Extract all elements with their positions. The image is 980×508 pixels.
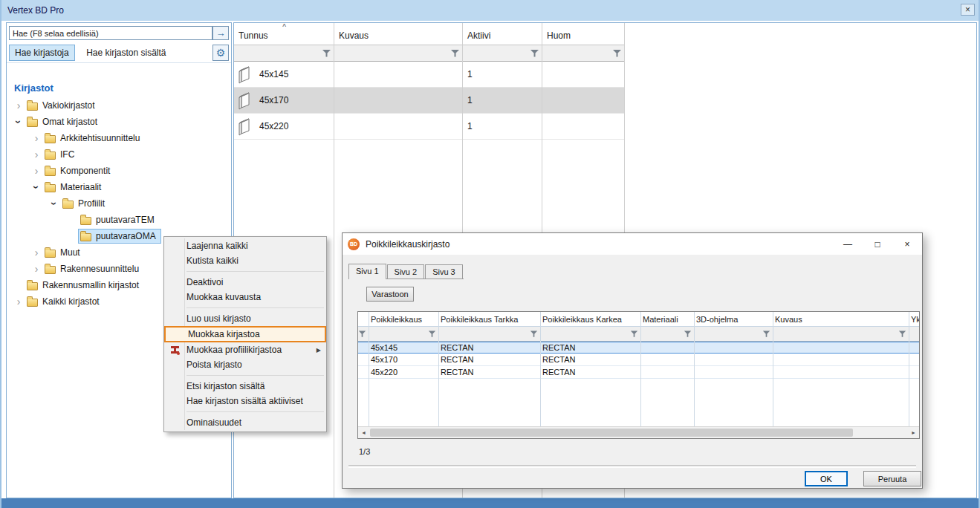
menu-item-muokkaa-profiilikirjastoa[interactable]: Muokkaa profiilikirjastoa▶ — [164, 342, 326, 357]
column-header-tunnus[interactable]: Tunnus^ — [234, 23, 334, 45]
menu-item-luo-uusi-kirjasto[interactable]: Luo uusi kirjasto — [164, 311, 326, 326]
folder-icon — [45, 152, 56, 160]
tree-item-body: puutavaraOMA — [78, 229, 161, 244]
search-settings-button[interactable]: ⚙ — [212, 45, 229, 61]
menu-item-muokkaa-kuvausta[interactable]: Muokkaa kuvausta — [164, 290, 326, 305]
menu-item-hae-kirjaston-sis-lt-aktiiviset[interactable]: Hae kirjaston sisältä aktiiviset — [164, 394, 326, 408]
chevron-right-icon[interactable]: › — [30, 247, 42, 258]
menu-item-poista-kirjasto[interactable]: Poista kirjasto — [164, 357, 326, 372]
dialog-column-header-poikkileikkaus-tarkka[interactable]: Poikkileikkaus Tarkka — [438, 312, 540, 327]
menu-item-etsi-kirjaston-sis-lt[interactable]: Etsi kirjaston sisältä — [164, 379, 326, 394]
gear-icon: ⚙ — [216, 48, 226, 58]
dialog-cell-poikkileikkaus: 45x145 — [369, 342, 438, 353]
filter-icon — [429, 330, 435, 337]
chevron-right-icon[interactable]: › — [30, 264, 42, 274]
dialog-grid-line — [369, 312, 369, 427]
menu-separator — [186, 375, 324, 376]
dialog-close-button[interactable]: × — [892, 233, 922, 255]
dialog-grid-line — [694, 312, 695, 427]
library-search-input[interactable] — [9, 26, 212, 40]
search-go-button[interactable]: → — [212, 26, 229, 40]
dialog-table-row[interactable]: 45x170RECTANRECTAN — [358, 354, 920, 366]
table-row[interactable]: 45x1701 — [234, 88, 625, 114]
chevron-down-icon[interactable]: › — [13, 116, 24, 128]
filter-icon — [359, 330, 366, 337]
scrollbar-thumb[interactable] — [370, 429, 853, 437]
folder-icon — [27, 282, 38, 290]
tree-item-body: Komponentit — [42, 163, 115, 178]
dialog-filter-cell-materiaali[interactable] — [640, 327, 694, 342]
filter-cell-aktiivi[interactable] — [463, 45, 542, 62]
dialog-column-header-3d-ohjelma[interactable]: 3D-ohjelma — [694, 312, 773, 327]
dialog-filter-cell-3d-ohjelma[interactable] — [694, 327, 773, 342]
cell-aktiivi: 1 — [463, 62, 542, 87]
table-row[interactable]: 45x2201 — [234, 114, 625, 140]
dialog-grid-line — [773, 312, 773, 427]
tree-item-puutavaratem[interactable]: puutavaraTEM — [7, 212, 230, 228]
ok-button[interactable]: OK — [805, 471, 848, 486]
dialog-filter-cell-poikkileikkaus-karkea[interactable] — [540, 327, 640, 342]
tab-hae-kirjaston-sisalta[interactable]: Hae kirjaston sisältä — [80, 45, 172, 61]
dialog-tab-sivu-3[interactable]: Sivu 3 — [425, 264, 463, 279]
column-header-kuvaus[interactable]: Kuvaus — [334, 23, 463, 45]
column-header-aktiivi[interactable]: Aktiivi — [463, 23, 542, 45]
dialog-tab-sivu-1[interactable]: Sivu 1 — [348, 264, 386, 279]
dialog-column-header-poikkileikkaus-karkea[interactable]: Poikkileikkaus Karkea — [540, 312, 640, 327]
dialog-cell-poikkileikkaus-karkea: RECTAN — [540, 354, 640, 365]
dialog-window-buttons: — □ × — [833, 233, 922, 255]
tree-item-label: Rakennusmallin kirjastot — [42, 280, 139, 290]
cell-aktiivi: 1 — [463, 88, 542, 113]
tree-item-vakiokirjastot[interactable]: ›Vakiokirjastot — [7, 97, 230, 114]
filter-icon — [322, 49, 331, 57]
scroll-left-icon[interactable]: ◄ — [358, 427, 369, 437]
menu-item-laajenna-kaikki[interactable]: Laajenna kaikki — [164, 238, 326, 253]
dialog-filter-cell-yks[interactable] — [909, 327, 920, 342]
dialog-table-row[interactable]: 45x145RECTANRECTAN — [358, 342, 920, 354]
dialog-filter-cell-poikkileikkaus[interactable] — [369, 327, 438, 342]
chevron-right-icon[interactable]: › — [30, 149, 42, 160]
chevron-right-icon[interactable]: › — [13, 296, 25, 307]
menu-item-ominaisuudet[interactable]: Ominaisuudet — [164, 415, 326, 430]
menu-item-deaktivoi[interactable]: Deaktivoi — [164, 275, 326, 290]
dialog-filter-cell-kuvaus[interactable] — [773, 327, 909, 342]
filter-cell-tunnus[interactable] — [234, 45, 334, 62]
table-row[interactable]: 45x1451 — [234, 62, 625, 88]
tree-item-materiaalit[interactable]: ›Materiaalit — [7, 179, 230, 195]
dialog-minimize-button[interactable]: — — [833, 233, 863, 255]
chevron-right-icon[interactable]: › — [30, 166, 42, 176]
menu-item-kutista-kaikki[interactable]: Kutista kaikki — [164, 253, 326, 268]
filter-cell-huom[interactable] — [542, 45, 625, 62]
dialog-column-header-poikkileikkaus[interactable]: Poikkileikkaus — [369, 312, 438, 327]
column-header-huom[interactable]: Huom — [542, 23, 625, 45]
tab-hae-kirjastoja[interactable]: Hae kirjastoja — [9, 45, 75, 61]
dialog-filter-cell-selector[interactable] — [358, 327, 369, 342]
tree-item-arkkitehtisuunnittelu[interactable]: ›Arkkitehtisuunnittelu — [7, 130, 230, 146]
tree-item-omat-kirjastot[interactable]: ›Omat kirjastot — [7, 114, 230, 130]
chevron-right-icon[interactable]: › — [30, 133, 42, 143]
varastoon-button[interactable]: Varastoon — [366, 287, 414, 302]
tree-item-komponentit[interactable]: ›Komponentit — [7, 163, 230, 179]
chevron-down-icon[interactable]: › — [49, 198, 59, 209]
window-close-button[interactable]: × — [961, 4, 975, 16]
tree-item-body: Kaikki kirjastot — [25, 294, 105, 309]
tree-item-profiilit[interactable]: ›Profiilit — [7, 195, 230, 212]
chevron-down-icon[interactable]: › — [31, 181, 42, 193]
tree-title: Kirjastot — [14, 82, 53, 94]
dialog-tab-sivu-2[interactable]: Sivu 2 — [387, 264, 425, 279]
tree-item-ifc[interactable]: ›IFC — [7, 146, 230, 163]
dialog-column-header-yks[interactable]: Yks — [909, 312, 920, 327]
horizontal-scrollbar[interactable]: ◄ ► — [358, 426, 919, 438]
dialog-table-row[interactable]: 45x220RECTANRECTAN — [358, 366, 920, 379]
menu-item-muokkaa-kirjastoa[interactable]: Muokkaa kirjastoa — [164, 326, 326, 342]
tree-item-body: Rakennesuunnittelu — [42, 261, 144, 276]
dialog-maximize-button[interactable]: □ — [863, 233, 892, 255]
dialog-column-header-kuvaus[interactable]: Kuvaus — [773, 312, 909, 327]
filter-icon — [530, 49, 539, 57]
chevron-right-icon[interactable]: › — [13, 100, 25, 111]
cancel-button[interactable]: Peruuta — [863, 471, 921, 486]
scroll-right-icon[interactable]: ► — [908, 427, 919, 437]
app-window: Vertex BD Pro × → Hae kirjastoja Hae kir… — [0, 0, 980, 508]
dialog-filter-cell-poikkileikkaus-tarkka[interactable] — [438, 327, 540, 342]
filter-cell-kuvaus[interactable] — [334, 45, 463, 62]
dialog-column-header-materiaali[interactable]: Materiaali — [640, 312, 694, 327]
